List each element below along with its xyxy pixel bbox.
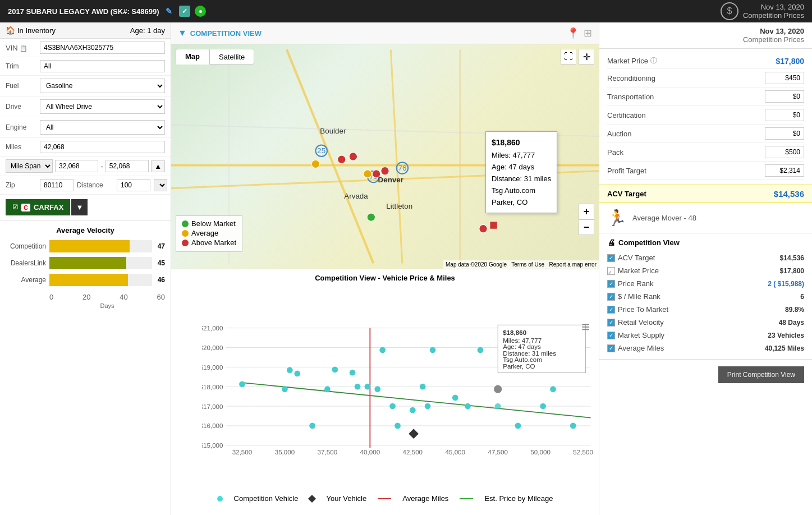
mile-span-min[interactable] <box>55 160 98 172</box>
carfax-button[interactable]: ☑ C CARFAX <box>6 199 70 215</box>
mile-span-select[interactable]: Mile Span <box>6 159 53 173</box>
move-icon[interactable]: ✛ <box>579 49 594 65</box>
profit-target-input[interactable] <box>765 164 804 177</box>
checkbox-checked[interactable]: ✓ <box>607 306 615 314</box>
acv-target-value: $14,536 <box>774 189 804 199</box>
bar-fill <box>49 240 130 252</box>
svg-rect-88 <box>582 327 589 328</box>
auction-input[interactable] <box>765 127 804 140</box>
svg-text:42,500: 42,500 <box>403 448 423 456</box>
certification-input[interactable] <box>765 109 804 121</box>
comp-vehicle-label: Competition Vehicle <box>234 494 299 503</box>
svg-point-71 <box>478 347 484 353</box>
your-vehicle-diamond <box>308 494 316 502</box>
checkbox-checked[interactable]: ✓ <box>607 332 615 339</box>
carfax-label: CARFAX <box>34 203 63 211</box>
comp-row-value: $17,800 <box>780 267 804 275</box>
profit-target-label: Profit Target <box>607 167 646 175</box>
svg-point-73 <box>495 403 501 410</box>
average-dot <box>182 230 189 237</box>
svg-point-62 <box>379 347 386 353</box>
mover-label: Average Mover - 48 <box>632 214 696 222</box>
copy-icon[interactable]: 📋 <box>20 45 27 52</box>
svg-point-68 <box>430 347 436 353</box>
app-header: 2017 SUBARU LEGACY AWD (SK#: S48699) ✎ ✓… <box>0 0 812 22</box>
trim-label: Trim <box>6 62 36 70</box>
comp-row-value: 6 <box>800 293 804 301</box>
engine-select[interactable]: All <box>40 120 165 135</box>
zoom-out-button[interactable]: − <box>579 219 594 235</box>
trim-input[interactable] <box>40 60 165 72</box>
vin-label: VIN 📋 <box>6 44 36 52</box>
map-tabs: Map Satellite <box>176 49 254 65</box>
comp-row-4: ✓ Price To Market 89.8% <box>607 303 804 316</box>
drive-select[interactable]: All Wheel Drive <box>40 99 165 114</box>
svg-point-69 <box>452 395 458 401</box>
carfax-dropdown-button[interactable]: ▼ <box>71 199 88 215</box>
comp-row-label: ✓ Average Miles <box>607 344 664 352</box>
zip-label: Zip <box>6 181 36 189</box>
header-right: $ Nov 13, 2020 Competition Prices <box>721 2 804 20</box>
comp-row-6: ✓ Market Supply 23 Vehicles <box>607 329 804 342</box>
checkbox-unchecked[interactable]: ✓ <box>607 267 615 275</box>
vehicle-title: 2017 SUBARU LEGACY AWD (SK#: S48699) <box>8 7 159 16</box>
transportation-input[interactable] <box>765 90 804 103</box>
svg-text:45,000: 45,000 <box>446 448 466 456</box>
mover-section: 🏃 Average Mover - 48 <box>599 203 812 233</box>
comp-row-label: ✓ Retail Velocity <box>607 318 664 327</box>
bar-container <box>49 257 152 269</box>
svg-rect-79 <box>409 429 419 439</box>
mile-span-max[interactable] <box>105 160 149 172</box>
comp-row-3: ✓ $ / Mile Rank 6 <box>607 290 804 303</box>
main-area: 🏠 In Inventory Age: 1 day VIN 📋 Trim Fue… <box>0 22 812 515</box>
chart-title: Competition View - Vehicle Price & Miles <box>171 269 599 284</box>
map-area: 25 76 70 Denver Boulder Arvada Littleton <box>171 44 599 269</box>
zoom-in-button[interactable]: + <box>579 204 594 219</box>
map-tooltip-age: Age: 47 days <box>492 162 551 173</box>
map-tooltip-miles: Miles: 47,777 <box>492 150 551 162</box>
pack-input[interactable] <box>765 146 804 158</box>
header-date-area: Nov 13, 2020 Competition Prices <box>743 3 804 20</box>
comp-view-title-text: COMPETITION VIEW <box>190 29 262 38</box>
est-price-label: Est. Price by Mileage <box>484 494 553 503</box>
zip-input[interactable] <box>40 179 74 191</box>
drive-label: Drive <box>6 103 36 111</box>
svg-text:47,500: 47,500 <box>488 448 508 456</box>
checkbox-checked[interactable]: ✓ <box>607 319 615 327</box>
vin-input[interactable] <box>40 42 165 54</box>
grid-icon[interactable]: ⊞ <box>584 27 592 39</box>
svg-point-19 <box>372 170 380 178</box>
reconditioning-input[interactable] <box>765 72 804 84</box>
legend-below: Below Market <box>182 219 236 228</box>
edit-icon[interactable]: ✎ <box>163 6 175 17</box>
comp-view-title-area: ▼ COMPETITION VIEW <box>178 28 262 38</box>
vin-row: VIN 📋 <box>0 39 171 57</box>
avg-miles-line <box>378 498 391 499</box>
info-icon[interactable]: ⓘ <box>650 56 657 66</box>
checkbox-checked[interactable]: ✓ <box>607 344 615 352</box>
checkbox-checked[interactable]: ✓ <box>607 280 615 288</box>
distance-input[interactable] <box>117 179 150 191</box>
print-competition-view-button[interactable]: Print Competition View <box>718 366 804 383</box>
checkbox-checked[interactable]: ✓ <box>607 254 615 262</box>
check-icon[interactable]: ✓ <box>179 6 190 17</box>
map-attribution: Map data ©2020 Google Terms of Use Repor… <box>443 260 599 269</box>
map-tab-map[interactable]: Map <box>176 49 209 65</box>
distance-unit-select[interactable] <box>154 179 167 191</box>
miles-input[interactable] <box>40 141 165 153</box>
bar-value: 46 <box>158 276 165 284</box>
comp-view-section-label: Competition View <box>618 238 680 247</box>
location-icon[interactable]: 📍 <box>567 27 579 39</box>
certification-row: Certification <box>607 106 804 125</box>
right-header: Nov 13, 2020 Competition Prices <box>599 22 812 49</box>
fuel-select[interactable]: Gasoline <box>40 79 165 93</box>
comp-row-label: ✓ Price To Market <box>607 305 668 314</box>
mile-span-increment[interactable]: ▲ <box>151 160 165 172</box>
svg-point-52 <box>282 386 288 392</box>
svg-point-55 <box>324 386 331 392</box>
checkbox-checked[interactable]: ✓ <box>607 293 615 301</box>
fullscreen-icon[interactable]: ⛶ <box>561 49 576 65</box>
map-tab-satellite[interactable]: Satellite <box>209 49 254 65</box>
comp-row-value: $14,536 <box>780 254 804 262</box>
svg-point-58 <box>355 384 361 390</box>
